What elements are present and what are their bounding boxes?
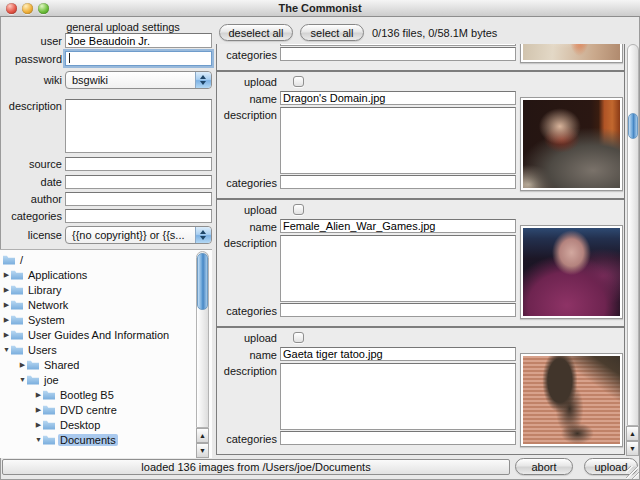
- disclosure-triangle-icon[interactable]: ▶: [18, 361, 27, 369]
- deselect-all-button[interactable]: deselect all: [219, 24, 293, 41]
- file-categories-input[interactable]: [280, 431, 516, 445]
- categories-label: categories: [217, 49, 277, 61]
- wiki-select[interactable]: bsgwiki: [65, 71, 212, 89]
- disclosure-triangle-icon[interactable]: ▶: [2, 301, 11, 309]
- tree-item-dvd-centre[interactable]: ▶ DVD centre: [0, 402, 195, 417]
- abort-button[interactable]: abort: [515, 458, 573, 475]
- file-categories-input[interactable]: [280, 175, 516, 189]
- file-name-input[interactable]: [280, 347, 516, 361]
- list-scroll-down-button[interactable]: ▼: [626, 441, 639, 456]
- tree-item-users[interactable]: ▼ Users: [0, 342, 195, 357]
- tree-item-label: Shared: [42, 359, 81, 371]
- disclosure-triangle-icon[interactable]: ▶: [2, 271, 11, 279]
- disclosure-triangle-icon[interactable]: ▶: [34, 406, 43, 414]
- disclosure-triangle-icon[interactable]: ▶: [34, 421, 43, 429]
- date-input[interactable]: [65, 175, 212, 189]
- user-label: user: [0, 34, 62, 48]
- tree-item-label: Network: [26, 299, 70, 311]
- file-item: upload name description categories: [216, 71, 625, 199]
- select-all-button[interactable]: select all: [300, 24, 364, 41]
- selection-summary: 0/136 files, 0/58.1M bytes: [372, 27, 572, 39]
- name-label: name: [217, 221, 277, 233]
- upload-checkbox[interactable]: [293, 76, 304, 87]
- tree-item-root[interactable]: /: [0, 252, 195, 267]
- disclosure-triangle-icon[interactable]: ▶: [2, 286, 11, 294]
- tree-scroll-down-button[interactable]: ▼: [196, 443, 209, 458]
- tree-item-shared[interactable]: ▶ Shared: [0, 357, 195, 372]
- file-name-input[interactable]: [280, 219, 516, 233]
- file-description-textarea[interactable]: [280, 107, 516, 174]
- tree-item-joe[interactable]: ▼ joe: [0, 372, 195, 387]
- license-select[interactable]: {{no copyright}} or {{s...: [65, 226, 212, 244]
- user-input[interactable]: [65, 33, 212, 48]
- resize-grip-icon[interactable]: [626, 466, 639, 479]
- file-description-textarea[interactable]: [280, 235, 516, 302]
- disclosure-triangle-icon[interactable]: ▶: [2, 331, 11, 339]
- description-label: description: [217, 237, 277, 249]
- upload-label: upload: [217, 332, 277, 344]
- file-name-input[interactable]: [280, 91, 516, 105]
- license-selected-value: {{no copyright}} or {{s...: [72, 229, 185, 241]
- file-categories-input[interactable]: [280, 303, 516, 317]
- wiki-label: wiki: [0, 72, 62, 88]
- upload-checkbox[interactable]: [293, 204, 304, 215]
- wiki-selected-value: bsgwiki: [72, 74, 108, 86]
- folder-icon: [11, 285, 23, 295]
- source-label: source: [0, 158, 62, 171]
- tree-item-label: Desktop: [58, 419, 102, 431]
- list-scrollbar-track[interactable]: [627, 44, 639, 426]
- folder-icon: [43, 420, 55, 430]
- source-input[interactable]: [65, 157, 212, 171]
- disclosure-triangle-icon[interactable]: ▼: [18, 376, 27, 383]
- disclosure-triangle-icon[interactable]: ▼: [2, 346, 11, 353]
- password-input[interactable]: [65, 51, 212, 66]
- tree-item-system[interactable]: ▶ System: [0, 312, 195, 327]
- folder-icon: [43, 405, 55, 415]
- popup-arrows-icon: [195, 227, 211, 243]
- author-input[interactable]: [65, 192, 212, 206]
- tree-item-library[interactable]: ▶ Library: [0, 282, 195, 297]
- file-categories-input[interactable]: [280, 47, 516, 61]
- tree-item-label: joe: [42, 374, 61, 386]
- description-textarea[interactable]: [65, 99, 212, 153]
- tree-item-label: Users: [26, 344, 59, 356]
- title-bar[interactable]: The Commonist: [0, 0, 640, 17]
- folder-icon: [3, 255, 15, 265]
- folder-icon: [11, 330, 23, 340]
- list-scroll-up-button[interactable]: ▲: [626, 426, 639, 441]
- tree-scroll-up-button[interactable]: ▲: [196, 428, 209, 443]
- status-message: loaded 136 images from /Users/joe/Docume…: [2, 459, 510, 475]
- tree-item-documents[interactable]: ▼ Documents: [0, 432, 195, 447]
- categories-label: categories: [217, 305, 277, 317]
- date-label: date: [0, 176, 62, 189]
- tree-item-network[interactable]: ▶ Network: [0, 297, 195, 312]
- app-window: The Commonist general upload settings us…: [0, 0, 640, 480]
- tree-item-label: Library: [26, 284, 64, 296]
- tree-item-desktop[interactable]: ▶ Desktop: [0, 417, 195, 432]
- folder-icon: [11, 315, 23, 325]
- disclosure-triangle-icon[interactable]: ▶: [34, 391, 43, 399]
- settings-panel-title: general upload settings: [16, 21, 230, 33]
- tree-item-label: Bootleg B5: [58, 389, 116, 401]
- folder-icon: [11, 270, 23, 280]
- categories-input[interactable]: [65, 209, 212, 223]
- tree-scrollbar-thumb[interactable]: [197, 253, 208, 310]
- tree-item-label: User Guides And Information: [26, 329, 171, 341]
- upload-checkbox[interactable]: [293, 332, 304, 343]
- description-label: description: [217, 109, 277, 121]
- file-description-textarea[interactable]: [280, 44, 516, 46]
- disclosure-triangle-icon[interactable]: ▶: [2, 316, 11, 324]
- tree-item-bootleg-b5[interactable]: ▶ Bootleg B5: [0, 387, 195, 402]
- file-item: upload name description categories: [216, 199, 625, 327]
- categories-label: categories: [217, 433, 277, 445]
- file-item: upload name description categories: [216, 327, 625, 455]
- tree-item-applications[interactable]: ▶ Applications: [0, 267, 195, 282]
- author-label: author: [0, 193, 62, 206]
- file-description-textarea[interactable]: [280, 363, 516, 430]
- disclosure-triangle-icon[interactable]: ▼: [34, 436, 43, 443]
- thumbnail-image: [520, 44, 623, 63]
- tree-item-label: /: [18, 254, 25, 266]
- thumbnail-image: [520, 97, 623, 191]
- tree-item-user-guides[interactable]: ▶ User Guides And Information: [0, 327, 195, 342]
- list-scrollbar-thumb[interactable]: [628, 113, 638, 139]
